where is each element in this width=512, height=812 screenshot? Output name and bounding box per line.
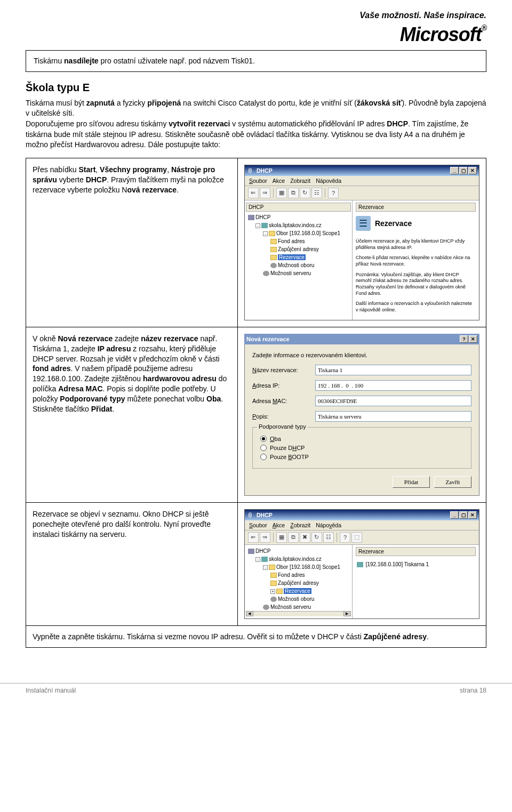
- back-icon[interactable]: ⇐: [248, 188, 259, 198]
- minimize-button[interactable]: _: [450, 167, 459, 174]
- titlebar: 🛢 DHCP _ ▢ ✕: [245, 165, 479, 176]
- close-button[interactable]: ✕: [468, 511, 477, 519]
- gear-icon: [270, 263, 277, 268]
- header-tagline: Vaše možnosti. Naše inspirace.: [26, 11, 486, 20]
- menu-zobrazit[interactable]: Zobrazit: [290, 178, 310, 184]
- label-desc: Popis:: [252, 413, 315, 420]
- input-mac[interactable]: [315, 396, 471, 406]
- menu-bar[interactable]: Soubor Akce Zobrazit Nápověda: [245, 520, 479, 530]
- reservation-list-item[interactable]: [192.168.0.100] Tiskarna 1: [366, 561, 429, 567]
- menu-akce[interactable]: Akce: [273, 178, 285, 184]
- folder-icon: [270, 573, 277, 578]
- gear-icon: [263, 271, 269, 276]
- folder-icon: [270, 247, 277, 252]
- close-btn[interactable]: Zavřít: [434, 476, 471, 488]
- fwd-icon[interactable]: ⇒: [260, 532, 270, 543]
- dhcp-root-icon: [248, 215, 254, 220]
- dialog-intro: Zadejte informace o rezervovaném kliento…: [252, 352, 471, 358]
- step2-text: V okně Nová rezervace zadejte název reze…: [33, 334, 231, 414]
- refresh-icon[interactable]: ↻: [311, 532, 322, 543]
- folder-icon: [276, 589, 283, 594]
- steps-table: Přes nabídku Start, Všechny programy, Ná…: [26, 158, 486, 648]
- toolbar-icon[interactable]: ▦: [276, 532, 287, 543]
- tree-pane[interactable]: DHCP DHCP -skola.liptakov.indos.cz -Obor…: [245, 200, 353, 320]
- minimize-button[interactable]: _: [450, 511, 459, 519]
- titlebar: 🛢 DHCP _ ▢ ✕: [245, 510, 479, 520]
- app-icon: 🛢: [247, 167, 254, 174]
- folder-icon: [270, 255, 277, 260]
- add-button[interactable]: Přidat: [393, 476, 430, 488]
- label-name: Název rezervace:: [252, 367, 315, 373]
- scroll-right-icon[interactable]: ▶: [343, 611, 351, 616]
- section-heading: Škola typu E: [26, 82, 486, 94]
- maximize-button[interactable]: ▢: [459, 167, 468, 174]
- help-button[interactable]: ?: [460, 335, 468, 343]
- back-icon[interactable]: ⇐: [248, 532, 259, 543]
- refresh-icon[interactable]: ↻: [300, 188, 310, 198]
- server-icon: [261, 557, 268, 562]
- gear-icon: [270, 597, 277, 602]
- detail-pane: Rezervace [192.168.0.100] Tiskarna 1: [353, 545, 479, 618]
- reservation-item-icon: [357, 562, 363, 567]
- step3-text: Rezervace se objeví v seznamu. Okno DHCP…: [33, 509, 231, 540]
- menu-soubor[interactable]: SSouboroubor: [249, 178, 267, 184]
- toolbar-icon[interactable]: ▦: [276, 188, 287, 198]
- new-reservation-dialog: Nová rezervace ? ✕ Zadejte informace o r…: [244, 334, 479, 496]
- menu-napoveda[interactable]: Nápověda: [316, 178, 341, 184]
- dhcp-window-list: 🛢 DHCP _ ▢ ✕ Soubor Akce Zobrazit Nápově…: [244, 509, 479, 619]
- menu-zobrazit[interactable]: Zobrazit: [290, 522, 310, 528]
- toolbar-icon[interactable]: ☷: [311, 188, 322, 198]
- instruction-box-share-printer: Tiskárnu nasdílejte pro ostatní uživatel…: [26, 50, 486, 72]
- dhcp-window-info: 🛢 DHCP _ ▢ ✕ SSouboroubor Akce Zobrazit …: [244, 165, 479, 320]
- toolbar-icon[interactable]: ⬚: [351, 532, 362, 543]
- menu-soubor[interactable]: Soubor: [249, 522, 267, 528]
- folder-icon: [269, 231, 275, 236]
- toolbar-icon[interactable]: ⧉: [288, 532, 299, 543]
- footer-right: strana 18: [460, 687, 486, 694]
- menu-akce[interactable]: Akce: [273, 522, 285, 528]
- close-button[interactable]: ✕: [468, 167, 477, 174]
- step4-text: Vypněte a zapněte tiskárnu. Tiskárna si …: [33, 632, 479, 641]
- radio-dhcp[interactable]: Pouze DHCP: [260, 445, 463, 451]
- group-supported-types: Podporované typy Oba Pouze DHCP Pouze BO…: [252, 427, 471, 469]
- server-icon: [261, 223, 268, 228]
- folder-icon: [270, 239, 277, 244]
- footer-left: Instalační manuál: [26, 687, 76, 694]
- toolbar-icon[interactable]: ⧉: [288, 188, 299, 198]
- gear-icon: [263, 605, 269, 610]
- brand-logo: Microsoft®: [26, 23, 486, 46]
- toolbar-icon[interactable]: ☷: [323, 532, 334, 543]
- help-icon[interactable]: ?: [328, 188, 339, 198]
- menu-napoveda[interactable]: Nápověda: [316, 522, 341, 528]
- menu-bar[interactable]: SSouboroubor Akce Zobrazit Nápověda: [245, 176, 479, 186]
- radio-both[interactable]: Oba: [260, 436, 463, 442]
- toolbar: ⇐ ⇒ ▦ ⧉ ↻ ☷ ?: [245, 186, 479, 200]
- detail-pane: Rezervace ☰ Rezervace Účelem rezervace j…: [353, 200, 479, 320]
- dhcp-root-icon: [248, 549, 254, 554]
- titlebar: Nová rezervace ? ✕: [244, 334, 479, 344]
- app-icon: 🛢: [247, 511, 254, 519]
- label-ip: Adresa IP:: [252, 382, 315, 389]
- intro-paragraph: Tiskárna musí být zapnutá a fyzicky přip…: [26, 98, 486, 150]
- label-mac: Adresa MAC:: [252, 398, 315, 404]
- step1-text: Přes nabídku Start, Všechny programy, Ná…: [33, 165, 231, 195]
- fwd-icon[interactable]: ⇒: [260, 188, 270, 198]
- input-desc[interactable]: [315, 411, 471, 422]
- input-ip[interactable]: [315, 380, 471, 391]
- radio-bootp[interactable]: Pouze BOOTP: [260, 454, 463, 460]
- toolbar-icon[interactable]: ✖: [300, 532, 310, 543]
- folder-icon: [269, 565, 275, 570]
- close-button[interactable]: ✕: [469, 335, 477, 343]
- reservations-icon: ☰: [356, 216, 371, 231]
- maximize-button[interactable]: ▢: [459, 511, 468, 519]
- input-name[interactable]: [315, 365, 471, 375]
- toolbar: ⇐ ⇒ ▦ ⧉ ✖ ↻ ☷ ? ⬚: [245, 530, 479, 545]
- tree-pane[interactable]: DHCP -skola.liptakov.indos.cz -Obor [192…: [245, 545, 353, 618]
- scroll-left-icon[interactable]: ◀: [246, 611, 253, 616]
- folder-icon: [270, 581, 277, 586]
- help-icon[interactable]: ?: [340, 532, 350, 543]
